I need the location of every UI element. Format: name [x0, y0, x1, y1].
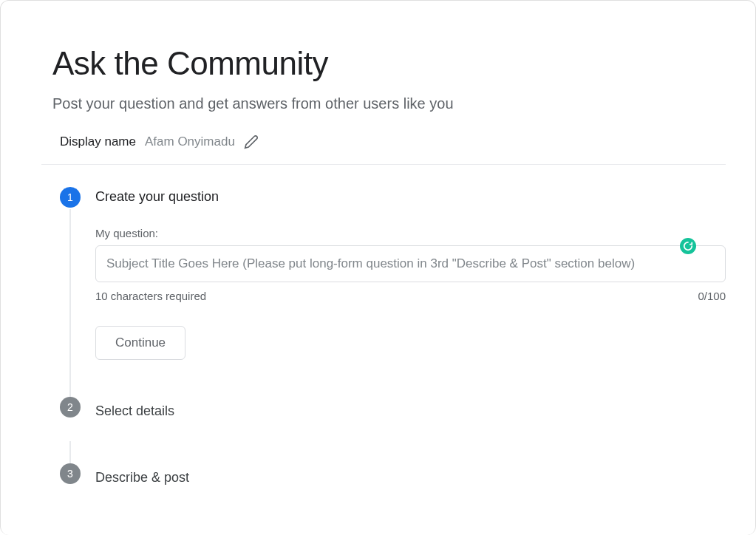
page-container: Ask the Community Post your question and…	[0, 0, 756, 535]
grammarly-icon[interactable]	[680, 238, 696, 254]
edit-icon[interactable]	[244, 134, 259, 149]
character-counter: 0/100	[698, 290, 726, 302]
step-2-title: Select details	[95, 401, 726, 419]
step-number-2: 2	[60, 397, 81, 418]
step-1-title: Create your question	[95, 187, 726, 205]
input-footer: 10 characters required 0/100	[95, 290, 726, 302]
step-2[interactable]: 2 Select details	[60, 397, 726, 441]
header-section: Ask the Community Post your question and…	[1, 1, 755, 134]
page-title: Ask the Community	[52, 45, 704, 82]
display-name-value: Afam Onyimadu	[145, 134, 235, 149]
step-1-content: My question: 10 characters required 0/10…	[95, 205, 726, 397]
step-connector-line	[69, 209, 71, 403]
question-input-wrapper	[95, 245, 726, 282]
page-subtitle: Post your question and get answers from …	[52, 95, 704, 112]
helper-text: 10 characters required	[95, 290, 206, 302]
question-field-label: My question:	[95, 227, 726, 239]
display-name-row: Display name Afam Onyimadu	[1, 134, 755, 164]
step-connector-line-2	[60, 441, 726, 463]
steps-container: 1 Create your question My question: 10 c…	[1, 165, 755, 508]
question-input[interactable]	[95, 245, 726, 282]
step-3-title: Describe & post	[95, 468, 726, 485]
display-name-label: Display name	[60, 134, 136, 149]
step-1: 1 Create your question My question: 10 c…	[60, 187, 726, 397]
step-3[interactable]: 3 Describe & post	[60, 463, 726, 493]
continue-button[interactable]: Continue	[95, 326, 185, 360]
step-number-3: 3	[60, 463, 81, 484]
step-number-1: 1	[60, 187, 81, 208]
